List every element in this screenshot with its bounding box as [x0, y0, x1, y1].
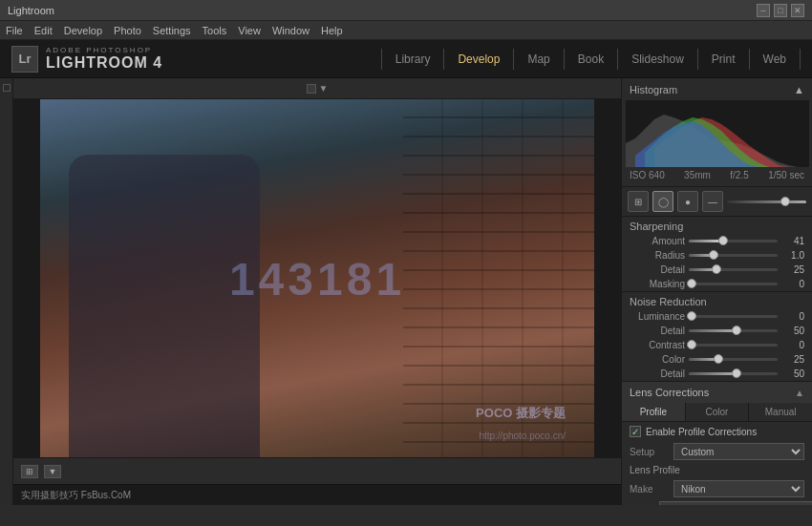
histogram-title: Histogram ▲ [626, 82, 808, 97]
luminance-row: Luminance 0 [622, 309, 812, 324]
nr-detail-slider[interactable] [689, 329, 778, 332]
menu-item-view[interactable]: View [238, 25, 261, 36]
right-panel: Histogram ▲ ISO 640 35mm [621, 78, 812, 505]
lens-tab-manual[interactable]: Manual [749, 403, 812, 421]
color-detail-row: Detail 50 [622, 367, 812, 381]
bottom-footer: 实用摄影技巧 FsBus.CoM [13, 484, 621, 505]
detail-label: Detail [630, 264, 685, 275]
bottom-icon-2[interactable]: ▼ [44, 465, 61, 478]
make-select[interactable]: Nikon [673, 480, 804, 497]
make-label: Make [630, 484, 670, 494]
nr-detail-row: Detail 50 [622, 324, 812, 338]
photo-bottom-bar: ⊞ ▼ [13, 457, 621, 484]
aperture-value: f/2.5 [730, 170, 748, 180]
adobe-text: ADOBE PHOTOSHOP [46, 46, 162, 54]
menu-item-window[interactable]: Window [272, 25, 310, 36]
luminance-slider[interactable] [689, 315, 778, 318]
masking-value: 0 [781, 279, 804, 289]
nr-detail-label: Detail [630, 326, 685, 336]
sharpening-header: Sharpening [622, 217, 812, 234]
noise-reduction-header: Noise Reduction [622, 292, 812, 309]
contrast-slider[interactable] [689, 344, 778, 347]
radius-slider[interactable] [689, 254, 778, 257]
lens-tab-color[interactable]: Color [686, 403, 750, 421]
lens-profile-header: Lens Profile [622, 462, 812, 478]
tool-slider[interactable] [727, 200, 806, 203]
titlebar-title: Lightroom [8, 5, 54, 16]
minimize-button[interactable]: – [757, 4, 770, 17]
photo-image: 143181 POCO 摄影专题 http://photo.poco.cn/ [40, 99, 594, 457]
lightroom-version: LIGHTROOM 4 [46, 54, 162, 72]
close-button[interactable]: ✕ [791, 4, 804, 17]
menu-item-edit[interactable]: Edit [34, 25, 53, 36]
amount-label: Amount [630, 236, 685, 246]
detail-slider[interactable] [689, 268, 778, 271]
footer-text: 实用摄影技巧 FsBus.CoM [21, 489, 131, 502]
menu-item-help[interactable]: Help [321, 25, 343, 36]
color-value: 25 [781, 354, 804, 365]
module-tab-print[interactable]: Print [698, 49, 750, 70]
iso-value: ISO 640 [630, 170, 665, 180]
module-tab-slideshow[interactable]: Slideshow [618, 49, 698, 70]
photo-container[interactable]: 143181 POCO 摄影专题 http://photo.poco.cn/ [13, 99, 621, 457]
sharpening-radius-row: Radius 1.0 [622, 248, 812, 263]
menu-item-tools[interactable]: Tools [203, 25, 227, 36]
menu-item-develop[interactable]: Develop [64, 25, 102, 36]
maximize-button[interactable]: □ [774, 4, 787, 17]
watermark2: http://photo.poco.cn/ [479, 431, 566, 441]
top-navigation: Lr ADOBE PHOTOSHOP LIGHTROOM 4 LibraryDe… [0, 40, 812, 78]
luminance-value: 0 [781, 311, 804, 322]
menu-item-settings[interactable]: Settings [153, 25, 191, 36]
main-content: ▼ 143181 POCO 摄影专题 http://photo.poco.cn/ [0, 78, 812, 505]
left-panel-toggle[interactable] [3, 84, 11, 92]
lens-corrections-section: Lens Corrections ▲ Profile Color Manual … [622, 382, 812, 505]
tool-line[interactable]: — [702, 191, 723, 212]
shutter-value: 1/50 sec [768, 170, 804, 180]
masking-label: Masking [630, 279, 685, 289]
contrast-row: Contrast 0 [622, 338, 812, 352]
luminance-label: Luminance [630, 311, 685, 322]
tool-dot[interactable]: ● [677, 191, 698, 212]
zoom-fit[interactable] [307, 84, 316, 94]
enable-profile-label: Enable Profile Corrections [646, 427, 757, 437]
bottom-bar-left: ⊞ ▼ [21, 465, 61, 478]
color-slider[interactable] [689, 358, 778, 361]
left-panel [0, 78, 13, 505]
lens-tabs: Profile Color Manual [622, 403, 812, 422]
logo-area: Lr ADOBE PHOTOSHOP LIGHTROOM 4 [11, 46, 162, 73]
color-detail-value: 50 [781, 368, 804, 379]
tool-circle[interactable]: ◯ [652, 191, 673, 212]
watermark1: POCO 摄影专题 [476, 405, 566, 422]
radius-value: 1.0 [781, 250, 804, 261]
module-tab-develop[interactable]: Develop [444, 49, 514, 70]
lr-logo: Lr [11, 46, 38, 73]
color-detail-label: Detail [630, 368, 685, 379]
lens-corrections-header[interactable]: Lens Corrections ▲ [622, 382, 812, 403]
setup-select[interactable]: Custom [673, 443, 804, 460]
enable-profile-row: ✓ Enable Profile Corrections [622, 422, 812, 441]
color-detail-slider[interactable] [689, 372, 778, 375]
focal-value: 35mm [684, 170, 711, 180]
masking-slider[interactable] [689, 283, 778, 285]
menu-item-photo[interactable]: Photo [114, 25, 141, 36]
tool-grid[interactable]: ⊞ [628, 191, 649, 212]
noise-reduction-title: Noise Reduction [630, 296, 707, 307]
module-tab-web[interactable]: Web [750, 49, 801, 70]
titlebar: Lightroom – □ ✕ [0, 0, 812, 21]
color-row: Color 25 [622, 352, 812, 367]
lens-corrections-title: Lens Corrections [630, 387, 709, 398]
contrast-value: 0 [781, 340, 804, 350]
contrast-label: Contrast [630, 340, 685, 350]
lens-tab-profile[interactable]: Profile [622, 403, 686, 421]
model-select[interactable]: Nikon AF-S DX NIKKOR 35mm... [659, 501, 812, 505]
amount-slider[interactable] [689, 240, 778, 242]
module-tab-map[interactable]: Map [514, 49, 564, 70]
module-tab-book[interactable]: Book [565, 49, 618, 70]
histogram-arrow: ▲ [794, 84, 804, 95]
enable-profile-checkbox[interactable]: ✓ [630, 426, 641, 437]
nr-detail-value: 50 [781, 326, 804, 336]
menu-item-file[interactable]: File [6, 25, 23, 36]
setup-row: Setup Custom [622, 441, 812, 462]
bottom-icon-1[interactable]: ⊞ [21, 465, 38, 478]
module-tab-library[interactable]: Library [381, 49, 445, 70]
